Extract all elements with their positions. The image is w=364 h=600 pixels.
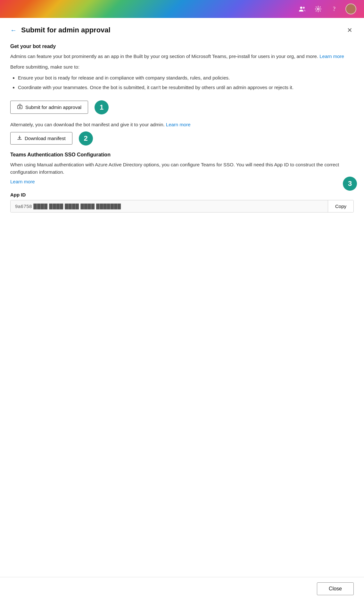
app-id-label: App ID — [10, 192, 354, 197]
svg-point-2 — [317, 8, 319, 10]
header-left: ← Submit for admin approval — [10, 26, 111, 34]
svg-rect-4 — [18, 105, 22, 109]
page-title: Submit for admin approval — [21, 26, 111, 34]
copy-button[interactable]: Copy — [328, 200, 353, 212]
step2-intro-text: Alternately, you can download the bot ma… — [10, 121, 354, 128]
submit-icon — [17, 104, 23, 111]
learn-more-link-2[interactable]: Learn more — [166, 122, 191, 127]
sso-description: When using Manual authentication with Az… — [10, 161, 354, 176]
bullet-item-1: Ensure your bot is ready for release and… — [18, 74, 354, 82]
before-text: Before submitting, make sure to: — [10, 63, 354, 71]
bot-ready-section: Get your bot ready Admins can feature yo… — [10, 44, 354, 91]
learn-more-link-1[interactable]: Learn more — [319, 54, 344, 59]
download-manifest-label: Download manifest — [25, 136, 66, 141]
sso-section-title: Teams Authentication SSO Configuration — [10, 152, 354, 158]
main-panel: ← Submit for admin approval ✕ Get your b… — [0, 18, 364, 229]
app-id-value: 9a6758 ████ ████ ████ ████ ███████ — [11, 200, 328, 212]
submit-admin-approval-button[interactable]: Submit for admin approval — [10, 101, 88, 114]
sso-section: Teams Authentication SSO Configuration W… — [10, 152, 354, 213]
bottom-bar: Close — [0, 577, 364, 600]
download-manifest-button[interactable]: Download manifest — [10, 132, 72, 145]
step2-row: Download manifest 2 — [10, 131, 354, 146]
back-button[interactable]: ← — [10, 27, 17, 33]
close-bottom-button[interactable]: Close — [317, 582, 354, 595]
top-bar: ? — [0, 0, 364, 18]
step3-badge: 3 — [343, 177, 357, 191]
people-icon[interactable] — [297, 4, 307, 14]
sso-learn-more-link[interactable]: Learn more — [10, 179, 35, 184]
bullet-list: Ensure your bot is ready for release and… — [18, 74, 354, 91]
svg-point-1 — [303, 7, 305, 9]
gear-icon[interactable] — [313, 4, 323, 14]
svg-point-0 — [300, 7, 302, 9]
submit-button-label: Submit for admin approval — [25, 104, 81, 110]
svg-point-5 — [19, 107, 21, 108]
step2-badge: 2 — [79, 131, 93, 146]
close-button[interactable]: ✕ — [346, 26, 354, 35]
download-icon — [17, 135, 22, 141]
app-id-row: 9a6758 ████ ████ ████ ████ ███████ Copy — [10, 200, 354, 213]
svg-text:?: ? — [333, 6, 335, 12]
avatar[interactable] — [345, 4, 356, 14]
help-icon[interactable]: ? — [329, 4, 339, 14]
section-title: Get your bot ready — [10, 44, 354, 49]
panel-header: ← Submit for admin approval ✕ — [10, 26, 354, 35]
bullet-item-2: Coordinate with your teammates. Once the… — [18, 84, 354, 91]
section-description: Admins can feature your bot prominently … — [10, 53, 354, 60]
step1-badge: 1 — [95, 100, 109, 114]
step1-row: Submit for admin approval 1 — [10, 100, 354, 114]
